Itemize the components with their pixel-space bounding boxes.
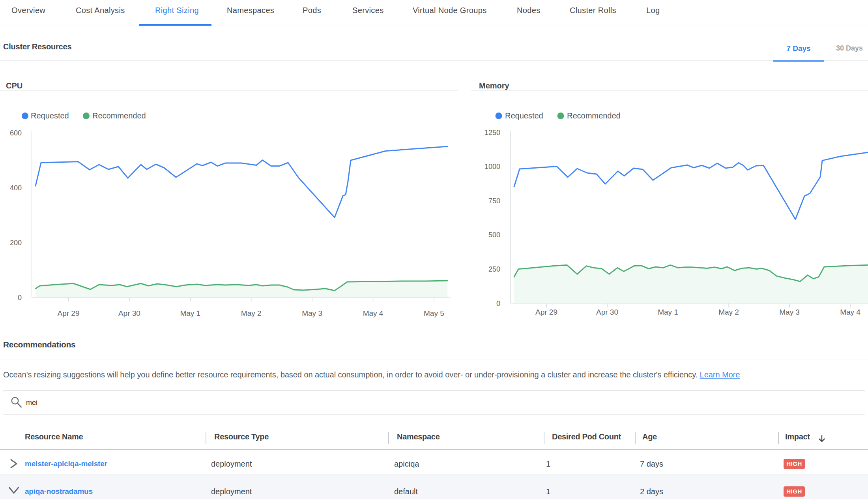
svg-text:Requested: Requested (31, 111, 69, 120)
svg-text:Requested: Requested (505, 111, 543, 120)
svg-text:0: 0 (18, 294, 22, 302)
svg-text:400: 400 (10, 184, 22, 192)
svg-text:May 3: May 3 (779, 308, 800, 316)
svg-text:May 5: May 5 (424, 309, 444, 317)
svg-text:Apr 29: Apr 29 (535, 308, 557, 316)
svg-text:250: 250 (488, 265, 500, 273)
svg-text:0: 0 (496, 300, 500, 308)
svg-text:750: 750 (488, 197, 500, 205)
svg-text:600: 600 (10, 129, 22, 137)
svg-text:Recommended: Recommended (92, 111, 146, 120)
svg-text:500: 500 (488, 231, 500, 239)
svg-text:Apr 30: Apr 30 (596, 308, 618, 316)
svg-text:May 4: May 4 (840, 308, 861, 316)
svg-text:Recommended: Recommended (567, 111, 621, 120)
svg-text:Apr 30: Apr 30 (118, 309, 140, 317)
svg-text:May 1: May 1 (658, 308, 678, 316)
svg-text:Apr 29: Apr 29 (58, 309, 80, 317)
svg-text:May 2: May 2 (241, 309, 262, 317)
svg-text:May 4: May 4 (363, 309, 383, 317)
svg-text:1000: 1000 (485, 163, 500, 171)
svg-text:200: 200 (10, 239, 22, 247)
svg-text:May 1: May 1 (180, 309, 200, 317)
svg-text:May 2: May 2 (718, 308, 739, 316)
svg-text:1250: 1250 (485, 129, 500, 137)
svg-text:May 3: May 3 (302, 309, 322, 317)
